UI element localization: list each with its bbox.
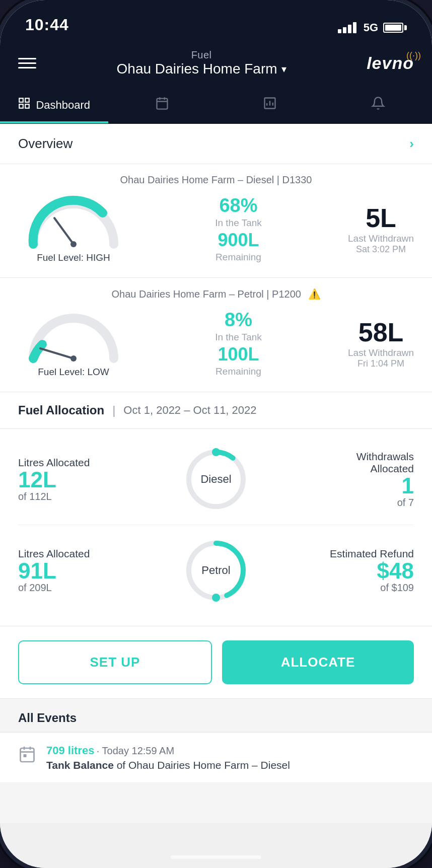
diesel-in-tank-label: In the Tank bbox=[215, 218, 262, 229]
overview-chevron-icon: › bbox=[409, 136, 414, 152]
diesel-tank-card: Ohau Dairies Home Farm – Diesel | D1330 bbox=[0, 164, 432, 278]
diesel-litres-label: Litres Allocated bbox=[18, 457, 176, 469]
diesel-withdrawn-amount: 5L bbox=[366, 203, 396, 233]
farm-dropdown-icon[interactable]: ▾ bbox=[281, 63, 286, 75]
event-header-line: 709 litres · Today 12:59 AM bbox=[46, 744, 290, 757]
tab-dashboard[interactable]: Dashboard bbox=[0, 88, 108, 123]
diesel-remaining-label: Remaining bbox=[215, 252, 261, 263]
header-label: Fuel bbox=[117, 49, 286, 61]
diesel-alloc-row: Litres Allocated 12L of 112L bbox=[18, 434, 414, 525]
svg-rect-26 bbox=[24, 754, 27, 757]
overview-title: Overview bbox=[18, 136, 73, 152]
petrol-withdrawn-time: Fri 1:04 PM bbox=[357, 358, 404, 369]
petrol-gauge: Fuel Level: LOW bbox=[18, 308, 129, 378]
dashboard-icon bbox=[18, 97, 31, 113]
home-indicator bbox=[171, 855, 261, 859]
allocation-header: Fuel Allocation | Oct 1, 2022 – Oct 11, … bbox=[0, 392, 432, 429]
petrol-litres-label: Litres Allocated bbox=[18, 548, 176, 560]
diesel-gauge: Fuel Level: HIGH bbox=[18, 194, 129, 263]
svg-point-15 bbox=[70, 355, 77, 361]
svg-point-21 bbox=[212, 594, 220, 602]
petrol-refund-of: of $109 bbox=[256, 582, 414, 594]
petrol-refund-label: Estimated Refund bbox=[256, 548, 414, 560]
petrol-litres-of: of 209L bbox=[18, 582, 176, 594]
svg-line-14 bbox=[40, 348, 74, 358]
main-content: Overview › Ohau Dairies Home Farm – Dies… bbox=[0, 124, 432, 868]
diesel-percent: 68% bbox=[219, 195, 257, 216]
hamburger-menu[interactable] bbox=[18, 58, 36, 68]
events-title: All Events bbox=[18, 711, 77, 725]
petrol-circle-label: Petrol bbox=[201, 564, 230, 577]
allocation-cards: Litres Allocated 12L of 112L bbox=[0, 429, 432, 626]
status-time: 10:44 bbox=[25, 16, 69, 34]
diesel-circle: Diesel bbox=[176, 444, 256, 515]
event-amount: 709 litres bbox=[46, 744, 94, 757]
chart-icon bbox=[263, 96, 277, 114]
petrol-refund-value: $48 bbox=[256, 560, 414, 582]
bell-icon bbox=[371, 96, 385, 114]
diesel-circle-label: Diesel bbox=[200, 473, 231, 486]
petrol-gauge-label: Fuel Level: LOW bbox=[38, 367, 109, 378]
diesel-withdrawn-time: Sat 3:02 PM bbox=[356, 244, 406, 255]
signal-bars-icon bbox=[338, 22, 356, 33]
svg-rect-0 bbox=[20, 98, 24, 102]
svg-rect-3 bbox=[26, 104, 30, 108]
header-center: Fuel Ohau Dairies Home Farm ▾ bbox=[117, 49, 286, 77]
diesel-alloc-left: Litres Allocated 12L of 112L bbox=[18, 457, 176, 502]
petrol-alloc-right: Estimated Refund $48 of $109 bbox=[256, 548, 414, 594]
svg-rect-2 bbox=[20, 104, 24, 108]
event-item: 709 litres · Today 12:59 AM Tank Balance… bbox=[0, 733, 432, 783]
event-desc-bold: Tank Balance bbox=[46, 759, 114, 771]
header-farm-name[interactable]: Ohau Dairies Home Farm ▾ bbox=[117, 61, 286, 77]
petrol-withdrawn-amount: 58L bbox=[358, 317, 404, 347]
petrol-alloc-row: Litres Allocated 91L of 209L bbox=[18, 525, 414, 616]
event-calendar-icon bbox=[18, 745, 36, 767]
calendar-icon bbox=[155, 96, 169, 114]
event-content: 709 litres · Today 12:59 AM Tank Balance… bbox=[46, 744, 290, 771]
petrol-percent: 8% bbox=[225, 309, 252, 331]
diesel-litres-value: 12L bbox=[18, 469, 176, 491]
petrol-litres-value: 91L bbox=[18, 560, 176, 582]
petrol-in-tank-label: In the Tank bbox=[215, 332, 262, 343]
allocate-button[interactable]: ALLOCATE bbox=[222, 640, 414, 684]
network-type: 5G bbox=[364, 21, 378, 34]
diesel-gauge-label: Fuel Level: HIGH bbox=[37, 252, 110, 263]
svg-rect-1 bbox=[26, 98, 30, 102]
petrol-warning-icon: ⚠️ bbox=[308, 288, 321, 300]
svg-line-12 bbox=[54, 218, 74, 244]
app-header: Fuel Ohau Dairies Home Farm ▾ levno ((·)… bbox=[0, 40, 432, 87]
diesel-withdrawals-label: Withdrawals Allocated bbox=[256, 451, 414, 475]
petrol-withdrawn: 58L Last Withdrawn Fri 1:04 PM bbox=[348, 317, 414, 369]
event-desc: Tank Balance of Ohau Dairies Home Farm –… bbox=[46, 759, 290, 771]
petrol-alloc-left: Litres Allocated 91L of 209L bbox=[18, 548, 176, 594]
svg-rect-22 bbox=[21, 748, 34, 762]
tab-notifications[interactable] bbox=[324, 87, 433, 124]
diesel-liters: 900L bbox=[218, 230, 259, 251]
diesel-withdrawn: 5L Last Withdrawn Sat 3:02 PM bbox=[348, 203, 414, 255]
overview-row[interactable]: Overview › bbox=[0, 124, 432, 164]
battery-icon bbox=[383, 23, 407, 33]
event-time: · Today 12:59 AM bbox=[97, 745, 174, 756]
petrol-circle: Petrol bbox=[176, 535, 256, 606]
diesel-withdrawn-label: Last Withdrawn bbox=[348, 233, 414, 244]
diesel-litres-of: of 112L bbox=[18, 491, 176, 502]
levno-wifi-icon: ((·)) bbox=[406, 50, 421, 61]
setup-button[interactable]: SET UP bbox=[18, 640, 212, 684]
diesel-tank-title: Ohau Dairies Home Farm – Diesel | D1330 bbox=[18, 174, 414, 186]
petrol-tank-card: Ohau Dairies Home Farm – Petrol | P1200 … bbox=[0, 278, 432, 392]
petrol-stats: 8% In the Tank 100L Remaining bbox=[215, 309, 262, 377]
tab-chart[interactable] bbox=[216, 87, 324, 124]
petrol-remaining-label: Remaining bbox=[215, 366, 261, 377]
tab-calendar[interactable] bbox=[108, 87, 217, 124]
svg-rect-4 bbox=[157, 99, 167, 109]
petrol-liters: 100L bbox=[218, 344, 259, 365]
diesel-withdrawals-value: 1 bbox=[256, 475, 414, 497]
petrol-tank-title: Ohau Dairies Home Farm – Petrol | P1200 … bbox=[18, 288, 414, 300]
phone-screen: 10:44 5G bbox=[0, 0, 432, 868]
tab-bar: Dashboard bbox=[0, 87, 432, 124]
diesel-stats: 68% In the Tank 900L Remaining bbox=[215, 195, 262, 263]
phone-frame: 10:44 5G bbox=[0, 0, 432, 868]
bottom-spacer bbox=[0, 783, 432, 823]
diesel-alloc-right: Withdrawals Allocated 1 of 7 bbox=[256, 451, 414, 509]
status-icons: 5G bbox=[338, 21, 407, 34]
